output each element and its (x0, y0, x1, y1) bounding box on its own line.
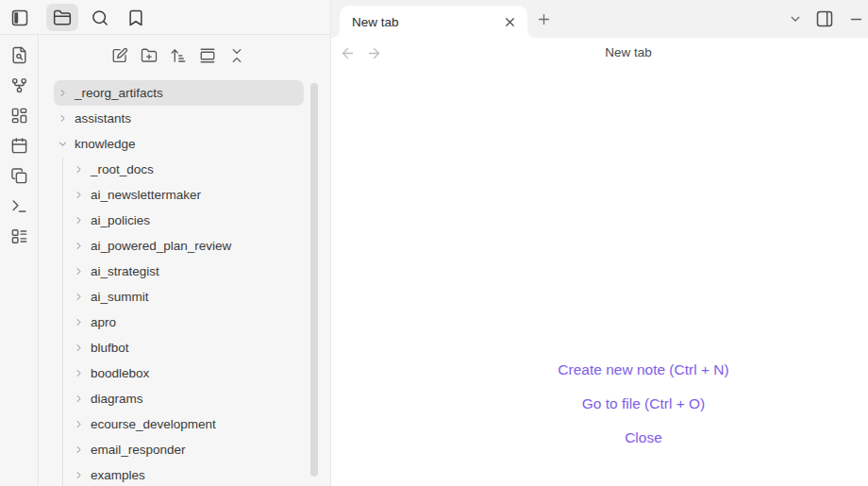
chevron-right-icon (74, 317, 84, 327)
tree-item-blufbot[interactable]: blufbot (54, 335, 304, 360)
folder-plus-icon (141, 47, 158, 64)
left-sidebar-toggle-button[interactable] (8, 7, 31, 29)
obsidian-window: _reorg_artifactsassistantsknowledge_root… (0, 0, 868, 486)
tree-item-examples[interactable]: examples (54, 462, 304, 486)
file-explorer: _reorg_artifactsassistantsknowledge_root… (39, 35, 330, 486)
tree-item-label: apro (91, 315, 116, 329)
tree-item-boodlebox[interactable]: boodlebox (54, 360, 304, 386)
x-icon (503, 15, 517, 29)
terminal-button[interactable] (6, 193, 32, 219)
tab-list-button[interactable] (786, 9, 805, 28)
tree-item-label: diagrams (91, 392, 143, 406)
go-to-file-ctrl-o-link[interactable]: Go to file (Ctrl + O) (558, 387, 728, 421)
tree-item-label: ai_powered_plan_review (91, 239, 231, 253)
file-tree: _reorg_artifactsassistantsknowledge_root… (39, 80, 330, 486)
chevron-right-icon (74, 343, 84, 353)
editor-empty-state: Create new note (Ctrl + N)Go to file (Ct… (558, 353, 728, 455)
create-new-note-ctrl-n-link[interactable]: Create new note (Ctrl + N) (558, 353, 728, 387)
copy-icon (10, 167, 28, 185)
right-sidebar-toggle-button[interactable] (813, 8, 836, 30)
close-link[interactable]: Close (558, 421, 728, 455)
tab-close-button[interactable] (499, 11, 520, 32)
folder-plus-button[interactable] (137, 43, 161, 68)
git-fork-icon (10, 76, 28, 94)
chevron-right-icon (74, 444, 84, 455)
layout-list-button[interactable] (6, 223, 32, 249)
arrow-right-icon (366, 45, 382, 61)
copy-button[interactable] (6, 162, 32, 189)
scrollbar-thumb[interactable] (310, 83, 318, 477)
tree-item-knowledge[interactable]: knowledge (54, 131, 304, 157)
layout-dashboard-button[interactable] (6, 102, 32, 128)
tree-item-ai_policies[interactable]: ai_policies (54, 208, 304, 233)
new-tab-button[interactable] (534, 9, 553, 28)
chevron-right-icon (74, 266, 84, 277)
tab-title: New tab (352, 15, 499, 29)
chevron-right-icon (58, 113, 68, 124)
layout-dashboard-icon (10, 107, 28, 125)
tree-item-label: ai_policies (91, 213, 150, 227)
nav-search-button[interactable] (86, 4, 114, 31)
nav-bookmark-button[interactable] (122, 4, 150, 31)
chevron-right-icon (74, 241, 84, 251)
tree-item-ai_summit[interactable]: ai_summit (54, 284, 304, 310)
square-pen-button[interactable] (108, 43, 132, 68)
minus-icon (848, 11, 864, 27)
titlebar-nav (46, 4, 150, 31)
chevron-right-icon (74, 368, 84, 378)
sidebar-header (0, 0, 330, 35)
view-header: New tab (331, 38, 868, 68)
gallery-vertical-icon (199, 47, 216, 64)
tree-item-label: blufbot (91, 341, 129, 355)
forward-button[interactable] (365, 44, 382, 61)
chevron-right-icon (74, 470, 84, 480)
chevron-down-icon (58, 139, 68, 149)
tree-item-ai_newslettermaker[interactable]: ai_newslettermaker (54, 182, 304, 208)
tree-item-apro[interactable]: apro (54, 310, 304, 335)
chevron-right-icon (74, 394, 84, 404)
layout-list-icon (10, 227, 28, 245)
terminal-icon (10, 197, 28, 215)
square-pen-icon (111, 47, 128, 64)
tree-item-ai_strategist[interactable]: ai_strategist (54, 259, 304, 284)
tree-item-ecourse_development[interactable]: ecourse_development (54, 411, 304, 437)
tree-item-label: ecourse_development (91, 417, 216, 431)
chevron-right-icon (74, 419, 84, 429)
tree-item-label: assistants (75, 111, 131, 126)
calendar-icon (10, 137, 28, 155)
main-pane: New tab New tab Create new note (Ctrl + … (330, 0, 868, 486)
back-button[interactable] (339, 44, 356, 61)
nav-folder-closed-button[interactable] (46, 4, 78, 31)
arrow-up-narrow-wide-button[interactable] (166, 43, 191, 68)
tree-item-label: knowledge (75, 137, 136, 151)
tab-new-tab[interactable]: New tab (340, 6, 527, 38)
minimize-button[interactable] (845, 8, 866, 29)
gallery-vertical-button[interactable] (195, 43, 220, 68)
tree-item-diagrams[interactable]: diagrams (54, 386, 304, 411)
tree-item-label: _reorg_artifacts (75, 86, 163, 100)
tree-item-ai_powered_plan_review[interactable]: ai_powered_plan_review (54, 233, 304, 259)
chevron-right-icon (58, 88, 68, 98)
tab-bar: New tab (331, 0, 868, 38)
file-search-icon (10, 46, 28, 64)
chevron-right-icon (74, 292, 84, 302)
tree-item-label: email_responder (91, 443, 186, 457)
tree-item-_root_docs[interactable]: _root_docs (54, 157, 304, 182)
tree-item-_reorg_artifacts[interactable]: _reorg_artifacts (54, 80, 304, 106)
calendar-button[interactable] (6, 132, 32, 159)
chevron-right-icon (74, 215, 84, 226)
chevrons-down-up-button[interactable] (225, 43, 249, 68)
arrow-left-icon (340, 45, 356, 61)
git-fork-button[interactable] (6, 72, 32, 98)
tree-item-label: ai_newslettermaker (91, 188, 201, 202)
chevron-down-icon (789, 12, 802, 25)
chevrons-down-up-icon (228, 47, 245, 64)
explorer-toolbar (108, 43, 249, 68)
tree-item-email_responder[interactable]: email_responder (54, 437, 304, 462)
tree-item-assistants[interactable]: assistants (54, 106, 304, 131)
panel-left-icon (10, 8, 29, 27)
view-title: New tab (605, 38, 652, 68)
chevron-right-icon (74, 164, 84, 175)
file-search-button[interactable] (6, 42, 32, 68)
tree-item-label: ai_summit (91, 290, 149, 304)
